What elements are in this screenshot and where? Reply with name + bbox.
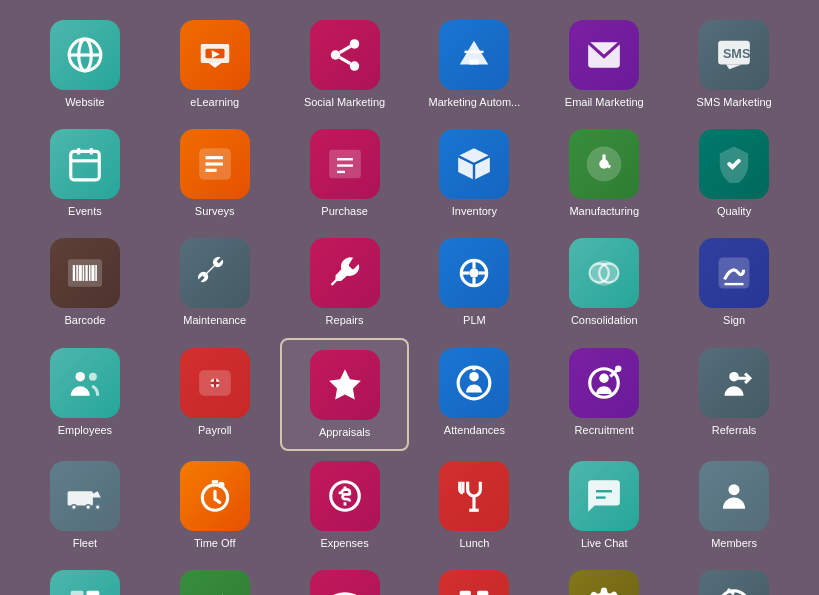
app-label-social-marketing: Social Marketing — [304, 96, 385, 109]
svg-point-7 — [349, 61, 359, 70]
app-label-website: Website — [65, 96, 105, 109]
icon-box-expenses — [310, 461, 380, 531]
svg-point-5 — [349, 39, 359, 49]
svg-point-56 — [470, 371, 480, 381]
app-item-fleet[interactable]: Fleet — [20, 451, 150, 560]
app-item-inventory[interactable]: Inventory — [409, 119, 539, 228]
app-item-recruitment[interactable]: Recruitment — [539, 338, 669, 451]
app-label-sms-marketing: SMS Marketing — [696, 96, 771, 109]
app-item-settings[interactable]: Settings — [539, 560, 669, 595]
svg-point-6 — [330, 50, 340, 60]
app-label-purchase: Purchase — [321, 205, 367, 218]
icon-box-social-marketing — [310, 20, 380, 90]
svg-line-8 — [339, 57, 350, 63]
svg-rect-86 — [478, 591, 489, 595]
app-item-time-off[interactable]: Time Off — [150, 451, 280, 560]
app-label-appraisals: Appraisals — [319, 426, 370, 439]
icon-box-elearning — [180, 20, 250, 90]
app-label-expenses: Expenses — [320, 537, 368, 550]
app-item-sms-marketing[interactable]: SMSSMS Marketing — [669, 10, 799, 119]
app-item-approvals[interactable]: Approvals — [150, 560, 280, 595]
app-item-payroll[interactable]: Payroll — [150, 338, 280, 451]
app-label-plm: PLM — [463, 314, 486, 327]
app-label-sign: Sign — [723, 314, 745, 327]
app-item-members[interactable]: Members — [669, 451, 799, 560]
app-item-employees[interactable]: Employees — [20, 338, 150, 451]
icon-box-time-off — [180, 461, 250, 531]
svg-rect-14 — [71, 152, 100, 181]
icon-box-live-chat — [569, 461, 639, 531]
app-label-live-chat: Live Chat — [581, 537, 627, 550]
svg-point-72 — [330, 482, 359, 511]
app-item-marketing-automation[interactable]: Marketing Autom... — [409, 10, 539, 119]
app-item-manufacturing[interactable]: Manufacturing — [539, 119, 669, 228]
app-item-apps[interactable]: Apps — [409, 560, 539, 595]
app-label-events: Events — [68, 205, 102, 218]
svg-point-55 — [459, 367, 491, 399]
app-label-quality: Quality — [717, 205, 751, 218]
icon-box-employees — [50, 348, 120, 418]
app-item-website[interactable]: Website — [20, 10, 150, 119]
icon-box-purchase — [310, 129, 380, 199]
svg-rect-80 — [86, 591, 99, 595]
app-item-sign[interactable]: Sign — [669, 228, 799, 337]
icon-box-tests — [699, 570, 769, 595]
app-item-elearning[interactable]: eLearning — [150, 10, 280, 119]
icon-box-barcode — [50, 238, 120, 308]
app-item-referrals[interactable]: Referrals — [669, 338, 799, 451]
app-item-maintenance[interactable]: Maintenance — [150, 228, 280, 337]
app-item-quality[interactable]: Quality — [669, 119, 799, 228]
icon-box-attendances — [439, 348, 509, 418]
app-item-tests[interactable]: Tests — [669, 560, 799, 595]
app-item-data-cleaning[interactable]: Data Cleaning — [20, 560, 150, 595]
svg-point-30 — [599, 159, 609, 169]
app-item-events[interactable]: Events — [20, 119, 150, 228]
icon-box-repairs — [310, 238, 380, 308]
app-item-expenses[interactable]: Expenses — [280, 451, 410, 560]
app-label-repairs: Repairs — [326, 314, 364, 327]
svg-point-78 — [729, 484, 740, 495]
svg-rect-10 — [470, 60, 480, 65]
app-item-iot[interactable]: IoT — [280, 560, 410, 595]
app-item-email-marketing[interactable]: Email Marketing — [539, 10, 669, 119]
app-label-barcode: Barcode — [64, 314, 105, 327]
icon-box-inventory — [439, 129, 509, 199]
app-item-attendances[interactable]: Attendances — [409, 338, 539, 451]
app-label-lunch: Lunch — [459, 537, 489, 550]
icon-box-appraisals — [310, 350, 380, 420]
app-item-barcode[interactable]: Barcode — [20, 228, 150, 337]
svg-rect-63 — [67, 491, 92, 505]
app-item-surveys[interactable]: Surveys — [150, 119, 280, 228]
app-item-lunch[interactable]: Lunch — [409, 451, 539, 560]
app-item-plm[interactable]: PLM — [409, 228, 539, 337]
app-label-marketing-automation: Marketing Autom... — [429, 96, 521, 109]
svg-point-59 — [599, 373, 609, 383]
app-label-attendances: Attendances — [444, 424, 505, 437]
app-label-payroll: Payroll — [198, 424, 232, 437]
app-item-live-chat[interactable]: Live Chat — [539, 451, 669, 560]
app-item-repairs[interactable]: Repairs — [280, 228, 410, 337]
app-label-elearning: eLearning — [190, 96, 239, 109]
app-item-social-marketing[interactable]: Social Marketing — [280, 10, 410, 119]
icon-box-referrals — [699, 348, 769, 418]
icon-box-quality — [699, 129, 769, 199]
app-item-purchase[interactable]: Purchase — [280, 119, 410, 228]
svg-rect-22 — [205, 156, 208, 159]
svg-text:SMS: SMS — [723, 47, 750, 61]
svg-rect-85 — [460, 591, 471, 595]
app-label-surveys: Surveys — [195, 205, 235, 218]
icon-box-members — [699, 461, 769, 531]
icon-box-data-cleaning — [50, 570, 120, 595]
icon-box-fleet — [50, 461, 120, 531]
svg-point-62 — [729, 371, 739, 381]
svg-point-51 — [75, 371, 85, 381]
icon-box-lunch — [439, 461, 509, 531]
icon-box-marketing-automation — [439, 20, 509, 90]
app-item-appraisals[interactable]: Appraisals — [280, 338, 410, 451]
svg-rect-23 — [205, 163, 208, 166]
icon-box-approvals — [180, 570, 250, 595]
app-grid: WebsiteeLearningSocial MarketingMarketin… — [0, 0, 819, 595]
app-label-email-marketing: Email Marketing — [565, 96, 644, 109]
icon-box-sign — [699, 238, 769, 308]
app-item-consolidation[interactable]: Consolidation — [539, 228, 669, 337]
